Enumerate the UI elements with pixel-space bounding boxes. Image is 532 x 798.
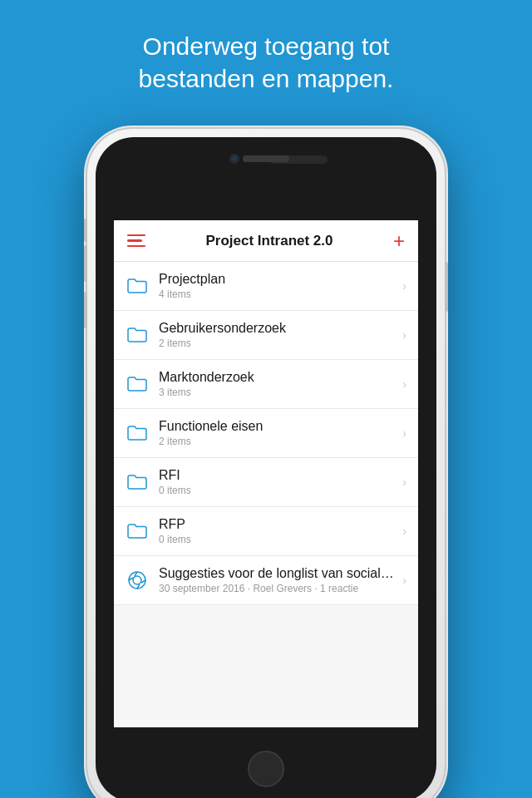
volume-up-button — [84, 245, 87, 282]
chevron-icon: › — [402, 426, 406, 440]
item-content: Gebruikersonderzoek 2 items — [159, 321, 396, 349]
chevron-icon: › — [402, 525, 406, 538]
list-item[interactable]: Suggesties voor de longlist van social i… — [114, 556, 418, 605]
item-name: Marktonderzoek — [159, 370, 396, 385]
camera — [228, 152, 241, 165]
item-sub: 0 items — [159, 534, 396, 545]
phone-inner: Project Intranet 2.0 + Projectplan 4 ite… — [96, 137, 436, 798]
folder-icon — [126, 323, 149, 347]
menu-button[interactable] — [127, 234, 145, 248]
svg-point-0 — [129, 572, 145, 589]
list-item[interactable]: RFI 0 items › — [114, 458, 418, 507]
list-item[interactable]: Projectplan 4 items › — [114, 262, 418, 311]
chevron-icon: › — [402, 328, 406, 342]
chevron-icon: › — [402, 475, 406, 489]
item-name: RFI — [159, 468, 396, 483]
list-item[interactable]: RFP 0 items › — [114, 507, 418, 556]
item-content: Marktonderzoek 3 items — [159, 370, 396, 398]
item-sub: 4 items — [159, 288, 396, 300]
mute-button — [84, 219, 87, 242]
item-sub: 2 items — [159, 337, 396, 349]
folder-icon — [126, 372, 149, 396]
nav-bar: Project Intranet 2.0 + — [114, 220, 418, 262]
phone-shell: Project Intranet 2.0 + Projectplan 4 ite… — [87, 129, 445, 798]
item-name: Projectplan — [159, 272, 396, 287]
item-sub: 30 september 2016 · Roel Grevers · 1 rea… — [159, 583, 396, 594]
suggestion-icon — [126, 569, 149, 592]
phone-mockup: Project Intranet 2.0 + Projectplan 4 ite… — [87, 129, 445, 798]
file-list: Projectplan 4 items › Gebruikersonderzoe… — [114, 262, 418, 727]
folder-icon — [126, 421, 149, 445]
item-content: RFI 0 items — [159, 468, 396, 496]
item-sub: 0 items — [159, 485, 396, 496]
svg-point-1 — [133, 576, 141, 584]
volume-down-button — [84, 292, 87, 328]
item-name: Gebruikersonderzoek — [159, 321, 396, 336]
item-content: RFP 0 items — [159, 517, 396, 545]
header-line1: Onderweg toegang tot — [143, 32, 390, 60]
item-content: Suggesties voor de longlist van social i… — [159, 566, 396, 594]
item-content: Functionele eisen 2 items — [159, 419, 396, 447]
folder-icon — [126, 520, 149, 543]
item-sub: 2 items — [159, 436, 396, 447]
item-sub: 3 items — [159, 387, 396, 398]
chevron-icon: › — [402, 574, 406, 587]
item-content: Projectplan 4 items — [159, 272, 396, 300]
item-name: RFP — [159, 517, 396, 532]
chevron-icon: › — [402, 377, 406, 391]
phone-screen: Project Intranet 2.0 + Projectplan 4 ite… — [114, 220, 418, 727]
app-screen: Project Intranet 2.0 + Projectplan 4 ite… — [114, 220, 418, 727]
list-item[interactable]: Marktonderzoek 3 items › — [114, 360, 418, 409]
home-button[interactable] — [248, 751, 284, 787]
list-item[interactable]: Functionele eisen 2 items › — [114, 409, 418, 458]
nav-title: Project Intranet 2.0 — [205, 233, 332, 249]
folder-icon — [126, 470, 149, 494]
speaker-grille — [243, 155, 289, 162]
add-button[interactable]: + — [393, 231, 405, 251]
list-item[interactable]: Gebruikersonderzoek 2 items › — [114, 311, 418, 360]
header-tagline: Onderweg toegang tot bestanden en mappen… — [0, 0, 532, 118]
power-button — [445, 262, 448, 312]
folder-icon — [126, 274, 149, 298]
item-name: Functionele eisen — [159, 419, 396, 434]
item-name: Suggesties voor de longlist van social i… — [159, 566, 396, 581]
chevron-icon: › — [402, 279, 406, 293]
header-line2: bestanden en mappen. — [139, 65, 394, 92]
